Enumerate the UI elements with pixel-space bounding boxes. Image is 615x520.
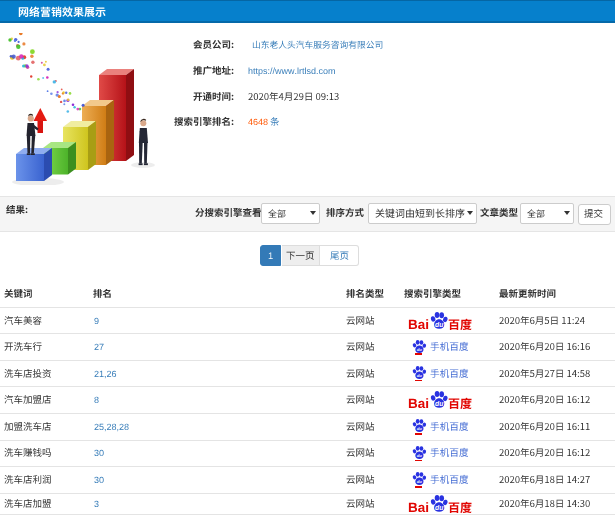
svg-text:du: du bbox=[416, 347, 422, 352]
svg-text:du: du bbox=[435, 504, 444, 511]
svg-text:du: du bbox=[416, 480, 422, 485]
svg-text:du: du bbox=[435, 400, 444, 407]
svg-text:du: du bbox=[416, 453, 422, 458]
svg-text:du: du bbox=[435, 320, 444, 327]
svg-text:du: du bbox=[416, 374, 422, 379]
svg-text:du: du bbox=[416, 427, 422, 432]
